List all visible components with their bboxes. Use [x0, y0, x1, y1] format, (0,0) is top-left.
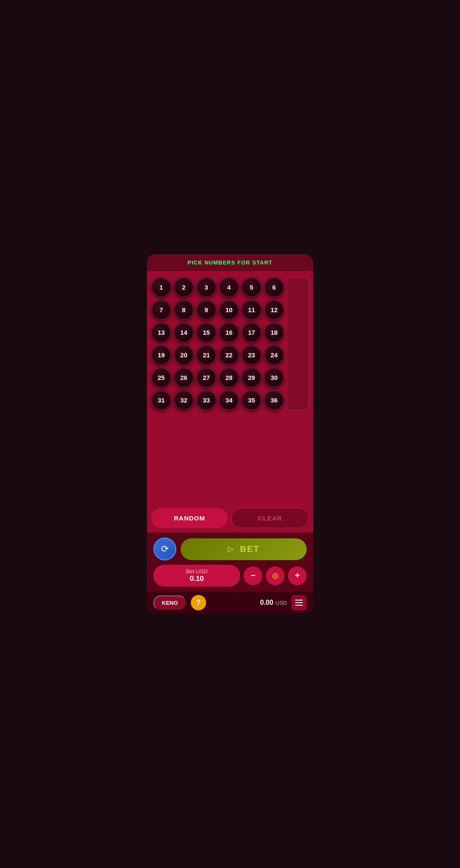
bet-usd-value: 0.10 [160, 575, 234, 583]
number-ball-25[interactable]: 25 [151, 368, 171, 388]
number-ball-17[interactable]: 17 [242, 322, 262, 342]
footer-nav: KENO ? 0.00 USD [147, 592, 313, 614]
header: PICK NUMBERS FOR START [147, 254, 313, 271]
app-container: PICK NUMBERS FOR START 12345678910111213… [147, 254, 313, 614]
number-ball-6[interactable]: 6 [264, 277, 284, 297]
coin-icon: ⊜ [272, 571, 279, 581]
random-button[interactable]: RANDOM [151, 508, 228, 528]
number-ball-32[interactable]: 32 [174, 390, 194, 410]
clear-button[interactable]: CLEAR [231, 508, 309, 528]
number-ball-5[interactable]: 5 [242, 277, 262, 297]
number-ball-14[interactable]: 14 [174, 322, 194, 342]
number-ball-34[interactable]: 34 [219, 390, 239, 410]
menu-line-2 [295, 602, 303, 603]
bet-amount-row: Bet USD 0.10 − ⊜ + [153, 565, 307, 586]
bottom-panel: ⟳ ▷ BET Bet USD 0.10 − ⊜ + [147, 532, 313, 592]
number-ball-15[interactable]: 15 [196, 322, 216, 342]
number-ball-30[interactable]: 30 [264, 368, 284, 388]
autoplay-icon: ⟳ [161, 543, 169, 555]
number-ball-7[interactable]: 7 [151, 300, 171, 320]
number-ball-23[interactable]: 23 [242, 345, 262, 365]
number-ball-8[interactable]: 8 [174, 300, 194, 320]
number-ball-28[interactable]: 28 [219, 368, 239, 388]
balance-value: 0.00 [260, 599, 273, 606]
play-icon: ▷ [228, 544, 234, 554]
autoplay-button[interactable]: ⟳ [153, 537, 176, 560]
number-ball-27[interactable]: 27 [196, 368, 216, 388]
number-ball-31[interactable]: 31 [151, 390, 171, 410]
game-name-button[interactable]: KENO [153, 595, 187, 610]
coin-button[interactable]: ⊜ [266, 566, 285, 585]
number-ball-9[interactable]: 9 [196, 300, 216, 320]
number-ball-29[interactable]: 29 [242, 368, 262, 388]
bet-label: BET [240, 544, 260, 554]
number-ball-24[interactable]: 24 [264, 345, 284, 365]
bet-button[interactable]: ▷ BET [181, 538, 307, 560]
bet-usd-container: Bet USD 0.10 [153, 565, 240, 586]
menu-button[interactable] [291, 595, 307, 610]
increase-bet-button[interactable]: + [288, 566, 307, 585]
balance-currency: USD [276, 600, 287, 606]
number-ball-19[interactable]: 19 [151, 345, 171, 365]
number-ball-36[interactable]: 36 [264, 390, 284, 410]
grid-container: 1234567891011121314151617181920212223242… [151, 277, 309, 410]
number-ball-2[interactable]: 2 [174, 277, 194, 297]
number-ball-11[interactable]: 11 [242, 300, 262, 320]
page-title: PICK NUMBERS FOR START [187, 259, 272, 266]
number-ball-35[interactable]: 35 [242, 390, 262, 410]
number-ball-21[interactable]: 21 [196, 345, 216, 365]
number-ball-22[interactable]: 22 [219, 345, 239, 365]
side-panel [287, 277, 309, 410]
help-button[interactable]: ? [191, 595, 206, 610]
bet-row: ⟳ ▷ BET [153, 537, 307, 560]
action-buttons: RANDOM CLEAR [151, 504, 309, 528]
menu-line-3 [295, 605, 303, 606]
game-area: 1234567891011121314151617181920212223242… [147, 271, 313, 532]
number-ball-33[interactable]: 33 [196, 390, 216, 410]
number-ball-13[interactable]: 13 [151, 322, 171, 342]
number-ball-12[interactable]: 12 [264, 300, 284, 320]
number-ball-26[interactable]: 26 [174, 368, 194, 388]
numbers-grid: 1234567891011121314151617181920212223242… [151, 277, 283, 410]
decrease-bet-button[interactable]: − [244, 566, 262, 585]
number-ball-16[interactable]: 16 [219, 322, 239, 342]
menu-line-1 [295, 600, 303, 601]
number-ball-3[interactable]: 3 [196, 277, 216, 297]
number-ball-1[interactable]: 1 [151, 277, 171, 297]
bet-usd-label: Bet USD [160, 568, 234, 575]
number-ball-10[interactable]: 10 [219, 300, 239, 320]
number-ball-18[interactable]: 18 [264, 322, 284, 342]
footer-balance: 0.00 USD [260, 599, 287, 606]
number-ball-4[interactable]: 4 [219, 277, 239, 297]
number-ball-20[interactable]: 20 [174, 345, 194, 365]
